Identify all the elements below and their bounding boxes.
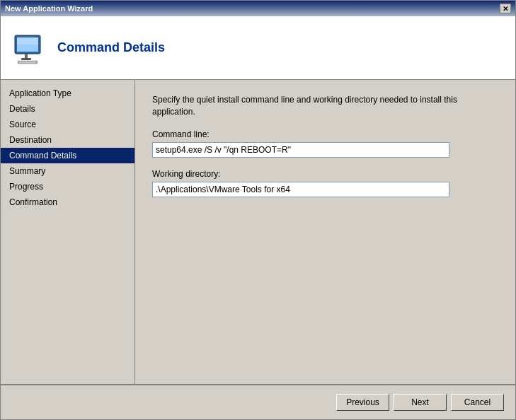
- sidebar-item-summary[interactable]: Summary: [1, 163, 134, 179]
- command-line-group: Command line:: [152, 129, 498, 158]
- previous-button[interactable]: Previous: [336, 394, 389, 411]
- svg-rect-7: [22, 62, 24, 63]
- svg-rect-4: [21, 58, 31, 60]
- window-title: New Application Wizard: [5, 4, 93, 13]
- description-text: Specify the quiet install command line a…: [152, 94, 498, 118]
- working-directory-label: Working directory:: [152, 169, 498, 179]
- main-content: Specify the quiet install command line a…: [135, 80, 515, 384]
- svg-rect-11: [33, 62, 35, 63]
- sidebar-item-destination[interactable]: Destination: [1, 132, 134, 148]
- svg-rect-10: [30, 62, 33, 63]
- sidebar-item-progress[interactable]: Progress: [1, 179, 134, 194]
- next-button[interactable]: Next: [394, 394, 447, 411]
- sidebar-item-application-type[interactable]: Application Type: [1, 86, 134, 101]
- content-area: Application Type Details Source Destinat…: [1, 80, 515, 384]
- svg-rect-8: [25, 62, 27, 63]
- sidebar-item-source[interactable]: Source: [1, 117, 134, 132]
- header-icon: [12, 31, 46, 65]
- sidebar-item-command-details[interactable]: Command Details: [1, 148, 134, 163]
- command-line-input[interactable]: [152, 142, 449, 158]
- footer-area: Previous Next Cancel: [1, 384, 515, 419]
- sidebar: Application Type Details Source Destinat…: [1, 80, 135, 384]
- wizard-window: New Application Wizard ✕: [0, 0, 516, 420]
- svg-rect-9: [28, 62, 30, 63]
- cancel-button[interactable]: Cancel: [451, 394, 504, 411]
- sidebar-item-details[interactable]: Details: [1, 101, 134, 117]
- header-area: Command Details: [1, 16, 515, 80]
- working-directory-group: Working directory:: [152, 169, 498, 197]
- header-title: Command Details: [57, 40, 165, 55]
- svg-rect-6: [19, 62, 21, 63]
- working-directory-input[interactable]: [152, 182, 449, 197]
- close-button[interactable]: ✕: [500, 4, 511, 13]
- sidebar-item-confirmation[interactable]: Confirmation: [1, 194, 134, 210]
- svg-rect-3: [25, 54, 28, 58]
- command-line-label: Command line:: [152, 129, 498, 139]
- svg-rect-2: [17, 37, 38, 45]
- title-bar: New Application Wizard ✕: [1, 1, 515, 16]
